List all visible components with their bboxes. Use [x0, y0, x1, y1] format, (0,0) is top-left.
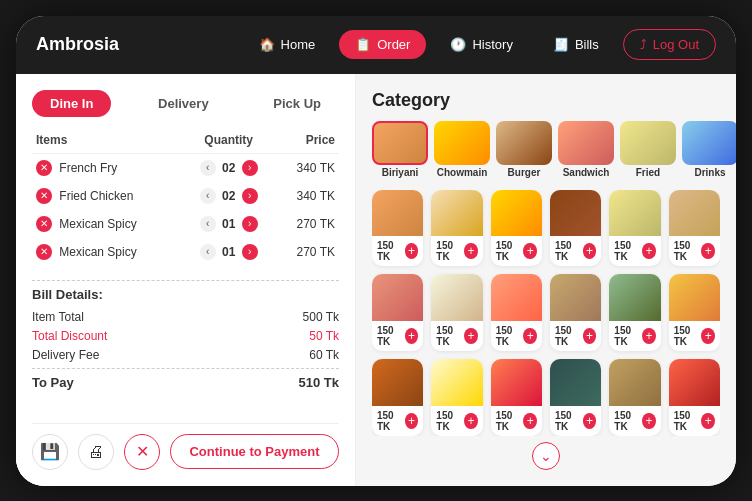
tablet-frame: Ambrosia 🏠 Home 📋 Order 🕐 History 🧾 Bill…: [16, 16, 736, 486]
food-price: 150 TK: [614, 240, 642, 262]
food-image: [550, 190, 601, 237]
category-label: Sandwich: [563, 167, 610, 178]
food-card: 150 TK +: [609, 359, 660, 436]
nav-order[interactable]: 📋 Order: [339, 30, 426, 59]
category-item-biriyani[interactable]: Biriyani: [372, 121, 428, 178]
category-items: Biriyani Chowmain Burger Sandwich Fried …: [372, 121, 736, 178]
add-food-button[interactable]: +: [642, 243, 656, 259]
add-food-button[interactable]: +: [405, 328, 419, 344]
table-row: ✕ Mexican Spicy ‹ 01 › 270 TK: [32, 210, 339, 238]
qty-decrease-button[interactable]: ‹: [200, 160, 216, 176]
food-footer: 150 TK +: [669, 406, 720, 436]
food-price: 150 TK: [674, 240, 702, 262]
add-food-button[interactable]: +: [523, 243, 537, 259]
bills-icon: 🧾: [553, 37, 569, 52]
category-item-sandwich[interactable]: Sandwich: [558, 121, 614, 178]
order-table: Items Quantity Price ✕ French Fry ‹ 02 ›…: [32, 129, 339, 266]
food-image: [550, 359, 601, 406]
qty-value: 02: [220, 189, 238, 203]
scroll-down-area: ⌄: [372, 442, 720, 470]
remove-item-button[interactable]: ✕: [36, 160, 52, 176]
add-food-button[interactable]: +: [405, 243, 419, 259]
food-image: [550, 274, 601, 321]
tab-delivery[interactable]: Delivery: [140, 90, 227, 117]
food-footer: 150 TK +: [550, 236, 601, 266]
nav-home[interactable]: 🏠 Home: [243, 30, 332, 59]
remove-item-button[interactable]: ✕: [36, 216, 52, 232]
history-icon: 🕐: [450, 37, 466, 52]
category-item-chowmain[interactable]: Chowmain: [434, 121, 490, 178]
print-button[interactable]: 🖨: [78, 434, 114, 470]
qty-increase-button[interactable]: ›: [242, 160, 258, 176]
qty-increase-button[interactable]: ›: [242, 244, 258, 260]
food-card: 150 TK +: [550, 274, 601, 351]
order-type-tabs: Dine In Delivery Pick Up: [32, 90, 339, 117]
food-price: 150 TK: [496, 325, 524, 347]
add-food-button[interactable]: +: [583, 413, 597, 429]
nav-bills[interactable]: 🧾 Bills: [537, 30, 615, 59]
add-food-button[interactable]: +: [701, 413, 715, 429]
food-price: 150 TK: [614, 410, 642, 432]
food-footer: 150 TK +: [609, 236, 660, 266]
scroll-down-button[interactable]: ⌄: [532, 442, 560, 470]
qty-value: 02: [220, 161, 238, 175]
add-food-button[interactable]: +: [642, 328, 656, 344]
category-item-burger[interactable]: Burger: [496, 121, 552, 178]
brand-name: Ambrosia: [36, 34, 235, 55]
category-image: [558, 121, 614, 165]
qty-increase-button[interactable]: ›: [242, 216, 258, 232]
qty-decrease-button[interactable]: ‹: [200, 244, 216, 260]
continue-payment-button[interactable]: Continue to Payment: [170, 434, 339, 469]
logout-icon: ⤴: [640, 37, 647, 52]
logout-button[interactable]: ⤴ Log Out: [623, 29, 716, 60]
food-price: 150 TK: [674, 325, 702, 347]
food-price: 150 TK: [377, 240, 405, 262]
food-image: [609, 359, 660, 406]
food-footer: 150 TK +: [431, 406, 482, 436]
remove-item-button[interactable]: ✕: [36, 244, 52, 260]
bill-to-pay: To Pay 510 Tk: [32, 375, 339, 390]
food-card: 150 TK +: [491, 359, 542, 436]
food-footer: 150 TK +: [609, 406, 660, 436]
food-card: 150 TK +: [609, 190, 660, 267]
save-button[interactable]: 💾: [32, 434, 68, 470]
add-food-button[interactable]: +: [701, 328, 715, 344]
food-image: [491, 190, 542, 237]
qty-increase-button[interactable]: ›: [242, 188, 258, 204]
food-image: [372, 274, 423, 321]
tab-pick-up[interactable]: Pick Up: [255, 90, 339, 117]
qty-decrease-button[interactable]: ‹: [200, 216, 216, 232]
food-price: 150 TK: [614, 325, 642, 347]
category-image: [434, 121, 490, 165]
tab-dine-in[interactable]: Dine In: [32, 90, 111, 117]
remove-item-button[interactable]: ✕: [36, 188, 52, 204]
row-quantity: ‹ 02 ›: [183, 153, 275, 182]
bottom-actions: 💾 🖨 ✕ Continue to Payment: [32, 423, 339, 470]
food-price: 150 TK: [377, 410, 405, 432]
add-food-button[interactable]: +: [642, 413, 656, 429]
add-food-button[interactable]: +: [405, 413, 419, 429]
col-items: Items: [32, 129, 183, 154]
add-food-button[interactable]: +: [464, 413, 478, 429]
bill-discount-value: 50 Tk: [309, 329, 339, 343]
category-label: Chowmain: [437, 167, 488, 178]
add-food-button[interactable]: +: [464, 243, 478, 259]
add-food-button[interactable]: +: [701, 243, 715, 259]
add-food-button[interactable]: +: [523, 413, 537, 429]
add-food-button[interactable]: +: [583, 243, 597, 259]
nav-history[interactable]: 🕐 History: [434, 30, 528, 59]
add-food-button[interactable]: +: [464, 328, 478, 344]
table-row: ✕ Mexican Spicy ‹ 01 › 270 TK: [32, 238, 339, 266]
cancel-button[interactable]: ✕: [124, 434, 160, 470]
add-food-button[interactable]: +: [583, 328, 597, 344]
category-label: Drinks: [694, 167, 725, 178]
qty-decrease-button[interactable]: ‹: [200, 188, 216, 204]
category-item-drinks[interactable]: Drinks: [682, 121, 736, 178]
row-price: 270 TK: [274, 210, 339, 238]
add-food-button[interactable]: +: [523, 328, 537, 344]
food-price: 150 TK: [436, 240, 464, 262]
category-item-fried[interactable]: Fried: [620, 121, 676, 178]
food-card: 150 TK +: [431, 274, 482, 351]
qty-value: 01: [220, 245, 238, 259]
food-footer: 150 TK +: [431, 321, 482, 351]
